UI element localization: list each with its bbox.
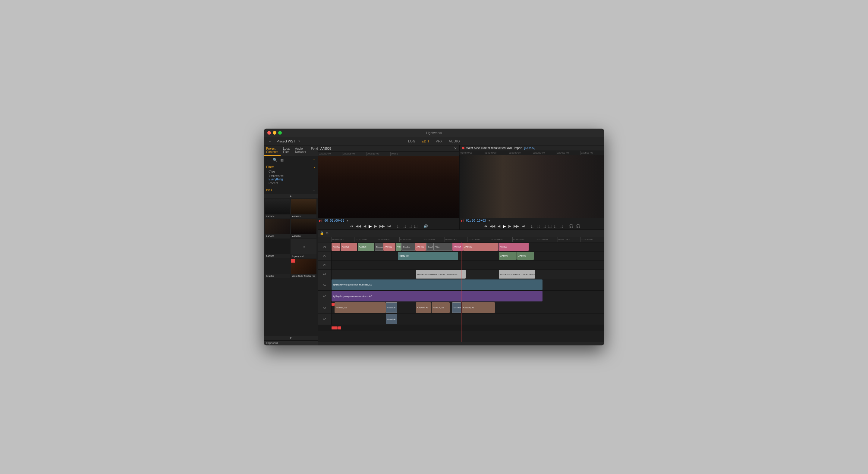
track-content-v2[interactable]: legacy text AA5509 AA5508 [332,251,604,260]
monitor-left-close[interactable]: ✕ [454,146,457,150]
tab-audio-network[interactable]: Audio Network [293,145,309,156]
r-jump-start-button[interactable]: ⏮ [483,224,488,228]
right-timecode-dropdown[interactable]: ▾ [489,219,490,222]
filters-expand-icon[interactable]: ▸ [314,165,315,169]
r-extract-btn[interactable]: ⬚ [559,224,564,228]
clip-aa5504[interactable]: AA5504 [453,243,463,251]
step-forward-button[interactable]: ▶ [374,224,378,228]
r-step-forward-button[interactable]: ▶ [508,224,512,228]
jump-end-button[interactable]: ⏭ [387,224,392,228]
r-lift-btn[interactable]: ⬚ [553,224,558,228]
project-dropdown[interactable]: ▾ [299,139,300,143]
tab-vfx[interactable]: VFX [436,139,443,143]
clip-dissolve-3[interactable]: Dissolve [426,243,434,251]
clip-dissolve-2[interactable]: Dissolve [401,243,415,251]
thumbnail-wst-resolve[interactable]: West Side Tractor res [291,259,316,278]
clip-crossfad-2[interactable]: Crossfad [452,302,461,313]
filter-recent[interactable]: Recent [266,181,315,185]
scroll-down-button[interactable]: ▼ [264,336,318,340]
clip-aa5530-a1[interactable]: AA5530, A1 [462,302,495,313]
tab-edit[interactable]: EDIT [422,139,430,143]
timeline-magnet-icon[interactable]: ⊕ [326,231,329,235]
thumbnail-graphic[interactable]: Graphic [265,259,290,278]
clip-fighting-a2[interactable]: fighting-for-you-quinn-erwin-musicbed, A… [332,291,542,301]
clip-aa568[interactable]: AA568 [396,243,401,251]
r-prev-frame-button[interactable]: ◀◀ [489,224,496,228]
back-nav-icon[interactable]: ← [266,157,270,163]
timecode-dropdown-icon[interactable]: ▾ [347,219,348,222]
monitor-right-timecode[interactable]: 01:00:10+03 [465,218,487,223]
thumbnail-aa5496[interactable]: AA5496 [265,219,290,238]
track-content-a4[interactable]: AA5496, A1 Crossfade AA5498, A1 AA5504, … [332,302,604,313]
monitor-left-timecode[interactable]: 00:00:00+00 [323,218,345,223]
insert-button[interactable]: ⬚ [408,224,412,228]
r-mark-in-button[interactable]: ⬚ [530,224,535,228]
tab-audio[interactable]: AUDIO [449,139,460,143]
track-content-a5[interactable]: Crossfade [332,313,604,325]
thumbnail-aa5509[interactable]: AA5509 [265,239,290,258]
clip-dissolve-1[interactable]: Dissolve [375,243,383,251]
timeline-lock-icon[interactable]: 🔒 [320,231,324,235]
back-button[interactable]: ← [266,138,274,144]
prev-frame-button[interactable]: ◀◀ [355,224,362,228]
track-content-v3[interactable] [332,261,604,269]
clip-zd595614-a1[interactable]: ZD595614 - chriskalhoon - Custom Demo.mp… [416,270,466,278]
clip-aa5504-a1[interactable]: AA5504, A1 [432,302,450,313]
next-frame-button[interactable]: ▶▶ [379,224,385,228]
r-insert-btn[interactable]: ⬚ [548,224,552,228]
clip-crossfade-1[interactable]: Crossfade [386,302,397,313]
clip-aa5498-a1[interactable]: AA5498, A1 [416,302,431,313]
clip-aa5530[interactable]: AA5530 [463,243,498,251]
thumbnail-aa5518[interactable]: AA5518 [291,219,316,238]
mark-in-button[interactable]: ⬚ [396,224,401,228]
clip-zd595614-a1-2[interactable]: ZD595614 - chriskalhoon - Custom Demo.mp… [499,270,535,278]
clip-aa5508-v2[interactable]: AA5508 [517,252,534,260]
clip-aa5496[interactable]: AA5496 [341,243,357,251]
r-mark-out-button[interactable]: ⬚ [536,224,541,228]
tab-local-files[interactable]: Local Files [281,145,293,156]
filter-clips[interactable]: Clips [266,170,315,173]
track-content-a3[interactable]: fighting-for-you-quinn-erwin-musicbed, A… [332,291,604,302]
minimize-button[interactable] [273,131,276,135]
step-back-button[interactable]: ◀ [363,224,367,228]
tab-log[interactable]: LOG [408,139,415,143]
thumbnail-aa5683[interactable]: AA5683 [291,199,316,218]
r-headphones2-icon[interactable]: 🎧 [575,224,581,228]
project-name[interactable]: Project WST [275,139,297,144]
clip-crossfade-a5[interactable]: Crossfade [386,314,397,324]
view-toggle-icon[interactable]: ▦ [280,157,284,163]
r-jump-end-button[interactable]: ⏭ [521,224,526,228]
scroll-up-button[interactable]: ▲ [264,194,318,198]
r-overwrite-btn[interactable]: ⬚ [542,224,547,228]
mark-out-button[interactable]: ⬚ [402,224,407,228]
add-icon[interactable]: + [313,157,316,163]
search-icon[interactable]: 🔍 [272,157,278,163]
track-content-a1[interactable]: ZD595614 - chriskalhoon - Custom Demo.mp… [332,270,604,279]
thumbnail-legacy-text[interactable]: Tt legacy text [291,239,316,258]
play-button[interactable]: ▶ [368,224,373,229]
track-content-v1[interactable]: AA5493 AA5496 AA5685 Dissolve AA5683 AA5… [332,242,604,251]
clip-aa5498[interactable]: AA5498 [415,243,426,251]
clip-aa5685[interactable]: AA5685 [358,243,374,251]
clip-fighting-a1[interactable]: fighting-for-you-quinn-erwin-musicbed, A… [332,279,542,290]
close-button[interactable] [267,131,271,135]
thumbnail-aa5504[interactable]: AA5504 [265,199,290,218]
clip-legacy-text[interactable]: legacy text [398,252,458,260]
r-next-frame-button[interactable]: ▶▶ [513,224,520,228]
bins-add-icon[interactable]: + [313,188,315,193]
clip-aa5509[interactable]: AA5509 [499,252,517,260]
r-step-back-button[interactable]: ◀ [497,224,501,228]
filter-sequences[interactable]: Sequences [266,173,315,177]
jump-start-button[interactable]: ⏮ [349,224,354,228]
timeline-scroll-bar[interactable] [318,342,604,345]
r-headphones-icon[interactable]: 🎧 [568,224,574,228]
r-play-button[interactable]: ▶ [502,224,507,229]
tab-project-contents[interactable]: Project Contents [264,145,281,156]
audio-btn[interactable]: 🔊 [423,224,429,228]
overwrite-button[interactable]: ⬚ [413,224,418,228]
clip-aa5493[interactable]: AA5493 [332,243,340,251]
clip-aa5508[interactable]: AA5508 [498,243,529,251]
maximize-button[interactable] [278,131,282,135]
clip-wipe[interactable]: Wipe [434,243,452,251]
track-content-a2[interactable]: fighting-for-you-quinn-erwin-musicbed, A… [332,279,604,290]
